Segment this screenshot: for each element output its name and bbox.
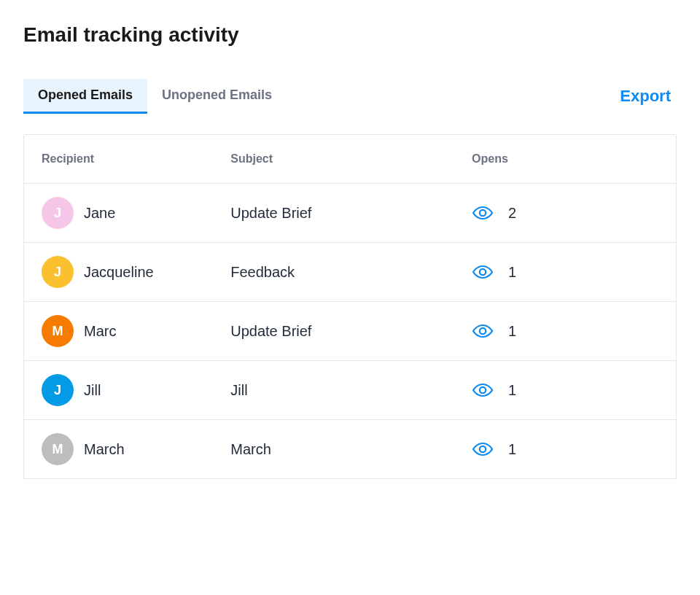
cell-opens: 1 xyxy=(454,420,676,479)
cell-subject: Update Brief xyxy=(213,184,454,243)
cell-recipient: J Jill xyxy=(24,361,213,420)
eye-icon xyxy=(472,205,494,221)
subject-text: Feedback xyxy=(230,264,295,280)
table-row[interactable]: J Jane Update Brief 2 xyxy=(24,184,676,243)
subject-text: Update Brief xyxy=(230,323,311,339)
opens-count: 1 xyxy=(508,323,516,340)
svg-point-1 xyxy=(480,269,486,275)
tabs: Opened Emails Unopened Emails xyxy=(23,79,287,114)
opens-cell: 1 xyxy=(472,264,658,281)
eye-icon xyxy=(472,382,494,398)
avatar: J xyxy=(42,256,74,288)
opens-cell: 1 xyxy=(472,323,658,340)
recipient-name: Jacqueline xyxy=(84,264,154,281)
opens-count: 2 xyxy=(508,205,516,222)
tab-opened-emails[interactable]: Opened Emails xyxy=(23,79,147,114)
recipient-cell: J Jane xyxy=(42,197,195,229)
cell-recipient: M Marc xyxy=(24,302,213,361)
recipient-name: Jane xyxy=(84,205,115,222)
export-button[interactable]: Export xyxy=(620,87,677,106)
subject-text: Update Brief xyxy=(230,205,311,221)
table-row[interactable]: M March March 1 xyxy=(24,420,676,479)
cell-subject: Jill xyxy=(213,361,454,420)
recipient-cell: M March xyxy=(42,433,195,465)
col-header-subject: Subject xyxy=(213,135,454,184)
svg-point-2 xyxy=(480,328,486,334)
cell-opens: 2 xyxy=(454,184,676,243)
svg-point-4 xyxy=(480,446,486,452)
table-header-row: Recipient Subject Opens xyxy=(24,135,676,184)
recipient-name: Marc xyxy=(84,323,116,340)
eye-icon xyxy=(472,441,494,457)
eye-icon xyxy=(472,264,494,280)
subject-text: March xyxy=(230,441,271,457)
cell-recipient: J Jane xyxy=(24,184,213,243)
cell-subject: Update Brief xyxy=(213,302,454,361)
table-row[interactable]: J Jacqueline Feedback 1 xyxy=(24,243,676,302)
recipient-cell: J Jill xyxy=(42,374,195,406)
opens-count: 1 xyxy=(508,441,516,458)
cell-subject: Feedback xyxy=(213,243,454,302)
opens-cell: 2 xyxy=(472,205,658,222)
subject-text: Jill xyxy=(230,382,247,398)
recipient-name: Jill xyxy=(84,382,101,399)
svg-point-0 xyxy=(480,210,486,216)
opens-count: 1 xyxy=(508,264,516,281)
cell-opens: 1 xyxy=(454,302,676,361)
eye-icon xyxy=(472,323,494,339)
tab-unopened-emails[interactable]: Unopened Emails xyxy=(147,79,287,114)
opens-cell: 1 xyxy=(472,382,658,399)
avatar: M xyxy=(42,433,74,465)
col-header-recipient: Recipient xyxy=(24,135,213,184)
recipient-cell: J Jacqueline xyxy=(42,256,195,288)
page-title: Email tracking activity xyxy=(23,23,677,47)
table-row[interactable]: J Jill Jill 1 xyxy=(24,361,676,420)
avatar: M xyxy=(42,315,74,347)
svg-point-3 xyxy=(480,387,486,393)
recipient-cell: M Marc xyxy=(42,315,195,347)
cell-recipient: J Jacqueline xyxy=(24,243,213,302)
tabs-row: Opened Emails Unopened Emails Export xyxy=(23,79,677,114)
opens-cell: 1 xyxy=(472,441,658,458)
recipient-name: March xyxy=(84,441,125,458)
cell-opens: 1 xyxy=(454,243,676,302)
tracking-table: Recipient Subject Opens J Jane Update Br… xyxy=(24,135,676,478)
table-row[interactable]: M Marc Update Brief 1 xyxy=(24,302,676,361)
col-header-opens: Opens xyxy=(454,135,676,184)
cell-recipient: M March xyxy=(24,420,213,479)
tracking-table-card: Recipient Subject Opens J Jane Update Br… xyxy=(23,134,677,479)
opens-count: 1 xyxy=(508,382,516,399)
avatar: J xyxy=(42,197,74,229)
cell-subject: March xyxy=(213,420,454,479)
avatar: J xyxy=(42,374,74,406)
cell-opens: 1 xyxy=(454,361,676,420)
